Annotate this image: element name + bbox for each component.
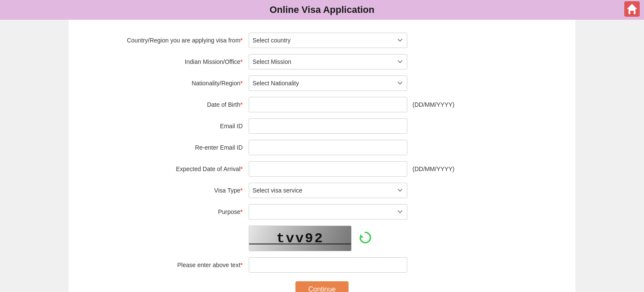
svg-marker-2 [360,234,364,238]
arrival-hint: (DD/MM/YYYY) [412,166,454,172]
form-container: Country/Region you are applying visa fro… [69,28,575,292]
purpose-label: Purpose* [86,208,249,215]
captcha-image: tvv92 [249,226,352,251]
header-title: Online Visa Application [270,4,375,15]
refresh-captcha-button[interactable] [358,230,373,247]
arrival-row: Expected Date of Arrival* (DD/MM/YYYY) [86,161,558,177]
nationality-row: Nationality/Region* Select Nationality [86,75,558,91]
visa-type-label: Visa Type* [86,187,249,194]
dob-input[interactable] [249,97,407,112]
purpose-row: Purpose* [86,204,558,220]
captcha-input[interactable] [249,257,407,273]
email-input[interactable] [249,118,407,134]
captcha-display-text: tvv92 [276,231,324,247]
left-padding [0,20,69,292]
continue-button[interactable]: Continue [295,281,349,292]
dob-label: Date of Birth* [86,101,249,108]
country-label: Country/Region you are applying visa fro… [86,37,249,44]
email-row: Email ID [86,118,558,134]
country-required: * [241,37,243,44]
right-padding [575,20,644,292]
nationality-label: Nationality/Region* [86,80,249,87]
nationality-select[interactable]: Select Nationality [249,75,407,91]
arrival-input[interactable] [249,161,407,177]
dob-row: Date of Birth* (DD/MM/YYYY) [86,97,558,112]
nationality-required: * [241,80,243,87]
reenter-email-label: Re-enter Email ID [86,144,249,151]
visa-type-required: * [241,187,243,194]
reenter-email-row: Re-enter Email ID [86,140,558,155]
mission-select[interactable]: Select Mission [249,54,407,69]
arrival-label: Expected Date of Arrival* [86,166,249,172]
refresh-icon [358,230,373,245]
mission-label: Indian Mission/Office* [86,58,249,65]
purpose-required: * [241,208,243,215]
captcha-required: * [241,262,243,268]
form-main-area: Country/Region you are applying visa fro… [69,20,575,292]
purpose-select[interactable] [249,204,407,220]
home-icon [624,1,640,17]
mission-required: * [241,58,243,65]
header-bar: Online Visa Application [0,0,644,20]
country-select[interactable]: Select country [249,33,407,48]
content-area: Country/Region you are applying visa fro… [0,20,644,292]
mission-row: Indian Mission/Office* Select Mission [86,54,558,69]
dob-required: * [241,101,243,108]
arrival-required: * [241,166,243,172]
visa-type-select[interactable]: Select visa service [249,183,407,198]
dob-hint: (DD/MM/YYYY) [412,101,454,108]
email-label: Email ID [86,123,249,129]
reenter-email-input[interactable] [249,140,407,155]
continue-row: Continue [86,281,558,292]
country-row: Country/Region you are applying visa fro… [86,33,558,48]
captcha-image-row: tvv92 [86,226,558,251]
home-button[interactable] [624,1,640,18]
page-wrapper: Online Visa Application Country/Region y… [0,0,644,292]
captcha-input-label: Please enter above text* [86,262,249,268]
visa-type-row: Visa Type* Select visa service [86,183,558,198]
captcha-input-row: Please enter above text* [86,257,558,273]
